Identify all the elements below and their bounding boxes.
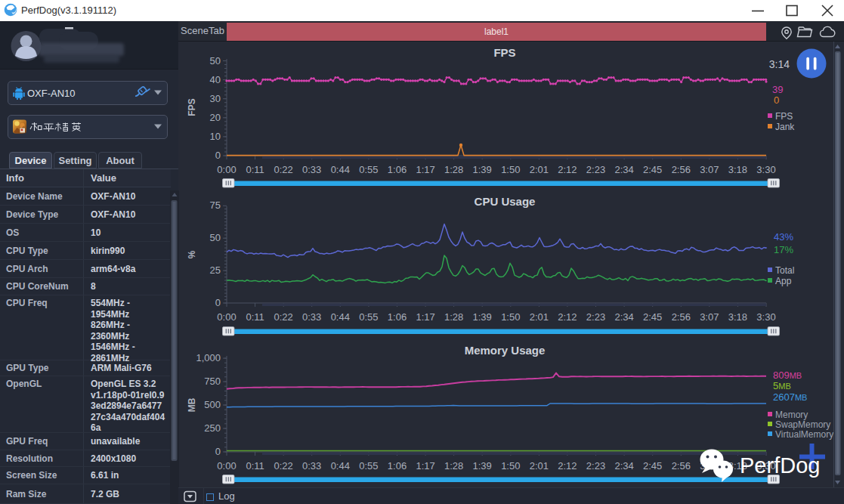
svg-text:2:12: 2:12 [558, 164, 577, 175]
svg-text:750: 750 [204, 376, 221, 387]
svg-text:PerfDog: PerfDog [740, 453, 820, 478]
svg-text:2:34: 2:34 [614, 460, 633, 472]
svg-text:1:06: 1:06 [388, 311, 407, 323]
svg-text:3:18: 3:18 [728, 311, 747, 323]
svg-text:MB: MB [187, 397, 197, 412]
svg-text:0:33: 0:33 [302, 460, 321, 472]
svg-text:250: 250 [204, 422, 221, 434]
svg-text:0:11: 0:11 [246, 311, 264, 323]
svg-text:%: % [187, 250, 197, 258]
svg-text:1:28: 1:28 [444, 164, 463, 175]
svg-text:1:17: 1:17 [416, 460, 434, 472]
svg-text:0:00: 0:00 [217, 460, 236, 472]
svg-text:2:45: 2:45 [643, 164, 662, 175]
svg-text:1:39: 1:39 [473, 311, 492, 323]
svg-text:2:01: 2:01 [530, 311, 549, 323]
svg-text:3:30: 3:30 [756, 164, 775, 175]
svg-text:2:45: 2:45 [643, 460, 662, 472]
svg-text:20: 20 [210, 112, 221, 123]
svg-text:2:56: 2:56 [672, 164, 691, 175]
svg-text:0:00: 0:00 [217, 311, 236, 323]
svg-text:Total: Total [775, 265, 794, 276]
svg-text:1:28: 1:28 [444, 311, 463, 323]
svg-text:10: 10 [210, 131, 221, 142]
svg-text:FPS: FPS [493, 46, 515, 59]
svg-text:SwapMemory: SwapMemory [775, 419, 830, 430]
svg-text:FPS: FPS [187, 98, 197, 116]
svg-text:2:34: 2:34 [614, 311, 633, 323]
svg-text:VirtualMemory: VirtualMemory [775, 429, 833, 440]
svg-text:3:14: 3:14 [769, 58, 790, 70]
svg-text:0:00: 0:00 [217, 164, 236, 175]
svg-text:809MB: 809MB [773, 369, 802, 381]
svg-text:0: 0 [215, 297, 221, 308]
svg-text:30: 30 [210, 93, 221, 104]
svg-text:3:30: 3:30 [756, 311, 775, 323]
svg-text:3:18: 3:18 [728, 164, 747, 175]
svg-text:1:50: 1:50 [501, 460, 520, 472]
svg-text:25: 25 [210, 264, 221, 276]
svg-text:2:34: 2:34 [614, 164, 633, 175]
svg-text:1:06: 1:06 [388, 164, 407, 175]
svg-text:1:39: 1:39 [473, 164, 492, 175]
svg-text:CPU Usage: CPU Usage [475, 195, 536, 208]
svg-text:1:17: 1:17 [416, 311, 434, 323]
svg-text:0:22: 0:22 [274, 164, 293, 175]
svg-text:0:22: 0:22 [274, 311, 293, 323]
svg-text:1:50: 1:50 [501, 164, 520, 175]
svg-text:500: 500 [204, 399, 221, 410]
svg-text:1:17: 1:17 [416, 164, 434, 175]
svg-text:0: 0 [215, 446, 221, 457]
svg-text:0: 0 [774, 94, 779, 106]
svg-text:Memory: Memory [775, 410, 808, 420]
svg-text:Memory Usage: Memory Usage [465, 344, 546, 357]
svg-text:40: 40 [210, 74, 221, 85]
svg-text:0:44: 0:44 [331, 460, 350, 472]
svg-text:50: 50 [210, 55, 221, 66]
svg-text:1:28: 1:28 [444, 460, 463, 472]
svg-text:2:01: 2:01 [530, 164, 549, 175]
svg-text:43%: 43% [774, 231, 793, 243]
svg-text:0:55: 0:55 [359, 311, 378, 323]
svg-text:5MB: 5MB [773, 380, 791, 391]
svg-text:0:55: 0:55 [359, 460, 378, 472]
svg-text:2:45: 2:45 [643, 311, 662, 323]
svg-text:Jank: Jank [775, 122, 795, 132]
svg-text:75: 75 [210, 199, 221, 211]
svg-text:1:50: 1:50 [501, 311, 520, 323]
svg-text:3:07: 3:07 [700, 164, 719, 175]
svg-text:1,000: 1,000 [196, 352, 221, 363]
svg-text:2:12: 2:12 [558, 460, 577, 472]
svg-text:2:01: 2:01 [530, 460, 549, 472]
svg-text:1:06: 1:06 [388, 460, 407, 472]
svg-text:0:11: 0:11 [246, 460, 264, 472]
svg-text:2:23: 2:23 [586, 164, 605, 175]
svg-text:17%: 17% [774, 244, 793, 255]
svg-text:0:11: 0:11 [246, 164, 264, 175]
svg-text:App: App [775, 276, 792, 286]
svg-text:0:44: 0:44 [331, 164, 350, 175]
svg-text:FPS: FPS [775, 111, 793, 122]
svg-text:1:39: 1:39 [473, 460, 492, 472]
svg-text:0:55: 0:55 [359, 164, 378, 175]
svg-text:3:07: 3:07 [700, 311, 719, 323]
svg-text:2:56: 2:56 [672, 311, 691, 323]
svg-text:0:22: 0:22 [274, 460, 293, 472]
svg-text:2:23: 2:23 [586, 311, 605, 323]
svg-text:50: 50 [210, 232, 221, 243]
svg-text:0: 0 [215, 150, 221, 161]
svg-text:2:12: 2:12 [558, 311, 577, 323]
svg-text:0:33: 0:33 [302, 164, 321, 175]
svg-text:0:44: 0:44 [331, 311, 350, 323]
svg-text:2:56: 2:56 [672, 460, 691, 472]
svg-text:39: 39 [772, 84, 783, 95]
svg-text:2:23: 2:23 [586, 460, 605, 472]
svg-text:2607MB: 2607MB [773, 391, 807, 403]
svg-text:0:33: 0:33 [302, 311, 321, 323]
